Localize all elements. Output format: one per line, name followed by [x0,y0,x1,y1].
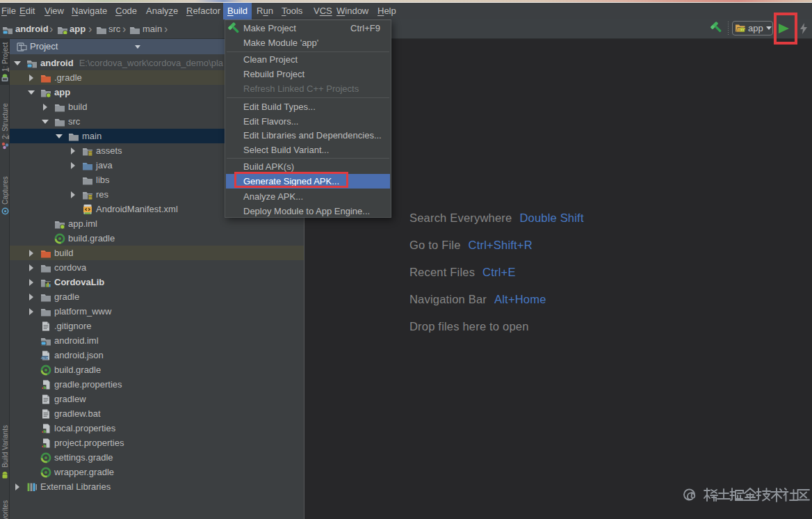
svg-text:JSON: JSON [41,356,49,359]
